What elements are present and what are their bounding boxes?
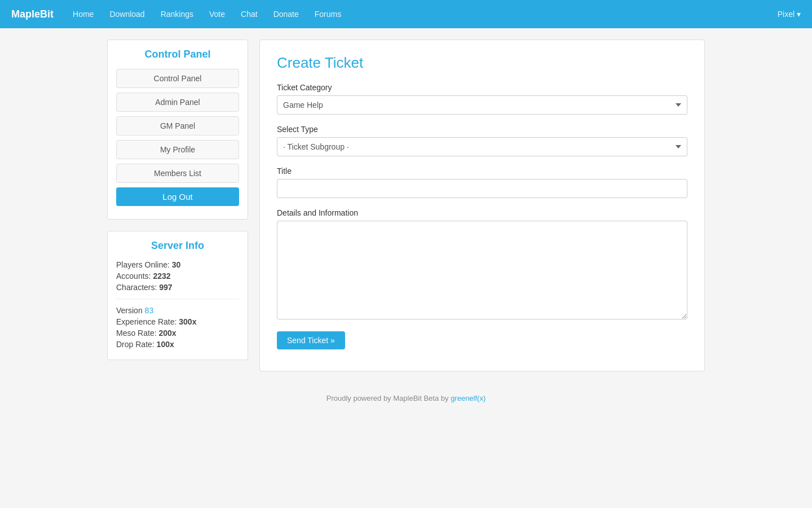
page-container: Control Panel Control Panel Admin Panel … bbox=[96, 40, 716, 371]
ticket-category-label: Ticket Category bbox=[277, 83, 687, 92]
accounts-row: Accounts: 2232 bbox=[116, 271, 239, 281]
server-info-stats: Players Online: 30 Accounts: 2232 Charac… bbox=[116, 260, 239, 349]
footer: Proudly powered by MapleBit Beta by gree… bbox=[0, 383, 812, 414]
server-info-title: Server Info bbox=[116, 240, 239, 252]
characters-row: Characters: 997 bbox=[116, 283, 239, 292]
gm-panel-button[interactable]: GM Panel bbox=[116, 116, 239, 135]
navbar-brand[interactable]: MapleBit bbox=[11, 8, 54, 20]
select-type-select[interactable]: · Ticket Subgroup · bbox=[277, 137, 687, 156]
logout-button[interactable]: Log Out bbox=[116, 187, 239, 206]
page-title: Create Ticket bbox=[277, 54, 687, 72]
nav-item-donate[interactable]: Donate bbox=[266, 0, 307, 28]
accounts-value: 2232 bbox=[153, 271, 170, 281]
username-label: Pixel bbox=[778, 10, 795, 19]
characters-label: Characters: bbox=[116, 283, 157, 292]
select-type-label: Select Type bbox=[277, 125, 687, 134]
version-value[interactable]: 83 bbox=[145, 306, 154, 315]
footer-author-link[interactable]: greenelf(x) bbox=[451, 394, 486, 402]
details-textarea[interactable] bbox=[277, 221, 687, 319]
characters-value: 997 bbox=[159, 283, 172, 292]
drop-rate-value: 100x bbox=[157, 340, 174, 349]
my-profile-button[interactable]: My Profile bbox=[116, 140, 239, 159]
control-panel-box: Control Panel Control Panel Admin Panel … bbox=[107, 40, 248, 220]
send-ticket-button[interactable]: Send Ticket » bbox=[277, 331, 345, 349]
ticket-category-select[interactable]: Game Help Account Help Bug Report Other bbox=[277, 95, 687, 115]
drop-rate-row: Drop Rate: 100x bbox=[116, 340, 239, 349]
nav-link-download[interactable]: Download bbox=[102, 0, 152, 28]
details-label: Details and Information bbox=[277, 208, 687, 217]
admin-panel-button[interactable]: Admin Panel bbox=[116, 93, 239, 112]
meso-rate-row: Meso Rate: 200x bbox=[116, 329, 239, 338]
title-input[interactable] bbox=[277, 179, 687, 198]
main-content: Create Ticket Ticket Category Game Help … bbox=[259, 40, 705, 371]
meso-rate-value: 200x bbox=[158, 329, 176, 338]
divider bbox=[116, 299, 239, 299]
details-group: Details and Information bbox=[277, 208, 687, 321]
exp-rate-value: 300x bbox=[179, 317, 196, 326]
players-online-row: Players Online: 30 bbox=[116, 260, 239, 269]
navbar-nav: Home Download Rankings Vote Chat Donate … bbox=[65, 0, 778, 28]
sidebar: Control Panel Control Panel Admin Panel … bbox=[107, 40, 248, 371]
nav-link-rankings[interactable]: Rankings bbox=[153, 0, 201, 28]
select-type-group: Select Type · Ticket Subgroup · bbox=[277, 125, 687, 156]
nav-item-chat[interactable]: Chat bbox=[233, 0, 266, 28]
user-menu[interactable]: Pixel ▾ bbox=[778, 10, 801, 19]
nav-link-home[interactable]: Home bbox=[65, 0, 102, 28]
navbar: MapleBit Home Download Rankings Vote Cha… bbox=[0, 0, 812, 28]
control-panel-button[interactable]: Control Panel bbox=[116, 69, 239, 88]
meso-rate-label: Meso Rate: bbox=[116, 329, 157, 338]
nav-item-forums[interactable]: Forums bbox=[307, 0, 349, 28]
nav-link-donate[interactable]: Donate bbox=[266, 0, 307, 28]
exp-rate-label: Experience Rate: bbox=[116, 317, 176, 326]
server-info-box: Server Info Players Online: 30 Accounts:… bbox=[107, 231, 248, 360]
nav-link-chat[interactable]: Chat bbox=[233, 0, 266, 28]
nav-item-home[interactable]: Home bbox=[65, 0, 102, 28]
nav-link-vote[interactable]: Vote bbox=[201, 0, 233, 28]
accounts-label: Accounts: bbox=[116, 271, 151, 281]
members-list-button[interactable]: Members List bbox=[116, 164, 239, 183]
version-row: Version 83 bbox=[116, 306, 239, 315]
title-label: Title bbox=[277, 167, 687, 176]
title-group: Title bbox=[277, 167, 687, 198]
dropdown-arrow-icon: ▾ bbox=[797, 10, 801, 19]
footer-text: Proudly powered by MapleBit Beta by bbox=[326, 394, 451, 402]
drop-rate-label: Drop Rate: bbox=[116, 340, 155, 349]
ticket-category-group: Ticket Category Game Help Account Help B… bbox=[277, 83, 687, 115]
control-panel-title: Control Panel bbox=[116, 49, 239, 60]
exp-rate-row: Experience Rate: 300x bbox=[116, 317, 239, 326]
nav-item-vote[interactable]: Vote bbox=[201, 0, 233, 28]
nav-item-rankings[interactable]: Rankings bbox=[153, 0, 201, 28]
nav-link-forums[interactable]: Forums bbox=[307, 0, 349, 28]
players-online-label: Players Online: bbox=[116, 260, 170, 269]
nav-item-download[interactable]: Download bbox=[102, 0, 152, 28]
version-label: Version bbox=[116, 306, 143, 315]
players-online-value: 30 bbox=[172, 260, 181, 269]
